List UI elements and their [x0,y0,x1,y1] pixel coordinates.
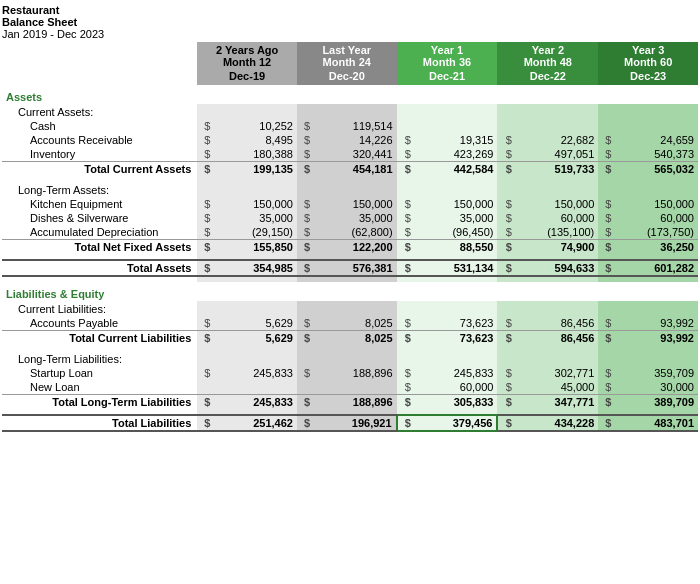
tcl-vly: 8,025 [314,331,397,346]
report-container: Restaurant Balance Sheet Jan 2019 - Dec … [0,0,700,436]
ad-vy2: (135,100) [516,225,599,240]
tl-vy3: 483,701 [615,415,698,431]
tnfa-vly: 122,200 [314,240,397,255]
total-current-liabilities-row: Total Current Liabilities $ 5,629 $ 8,02… [2,331,698,346]
cash-label: Cash [2,119,197,133]
inventory-vy1: 423,269 [415,147,498,162]
th-y3-date: Dec-23 [598,69,698,85]
tnfa-v2ya: 155,850 [214,240,297,255]
th-y2-header: Year 2 [497,42,598,56]
total-assets-row: Total Assets $ 354,985 $ 576,381 $ 531,1… [2,260,698,276]
tl-vly: 196,921 [314,415,397,431]
ar-vy3: 24,659 [615,133,698,147]
ad-vly: (62,800) [314,225,397,240]
tca-v2ya: 199,135 [214,162,297,177]
th-y1-date: Dec-21 [397,69,498,85]
inventory-vly: 320,441 [314,147,397,162]
nl-vy3: 30,000 [615,380,698,395]
company-name: Restaurant [2,4,698,16]
header-row-top: 2 Years Ago Last Year Year 1 Year 2 Year… [2,42,698,56]
th-y1-header: Year 1 [397,42,498,56]
cash-vly: 119,514 [314,119,397,133]
th-y2-date: Dec-22 [497,69,598,85]
tnfa-vy2: 74,900 [516,240,599,255]
total-net-fixed-assets-row: Total Net Fixed Assets $ 155,850 $ 122,2… [2,240,698,255]
ap-v2ya: 5,629 [214,316,297,331]
th-y2-month: Month 48 [497,56,598,69]
total-current-assets-row: Total Current Assets $ 199,135 $ 454,181… [2,162,698,177]
report-title: Balance Sheet [2,16,698,28]
new-loan-row: New Loan $ 60,000 $ 45,000 $ 30,000 [2,380,698,395]
tltl-vy2: 347,771 [516,395,599,410]
dishes-label: Dishes & Silverware [2,211,197,225]
sl-v2ya: 245,833 [214,366,297,380]
current-assets-label: Current Assets: [2,104,197,119]
tnfa-vy3: 36,250 [615,240,698,255]
th-empty2 [2,56,197,69]
lt-assets-label: Long-Term Assets: [2,182,197,197]
ap-vly: 8,025 [314,316,397,331]
ar-vy1: 19,315 [415,133,498,147]
ap-vy3: 93,992 [615,316,698,331]
lt-assets-subsection: Long-Term Assets: [2,182,698,197]
ds-vy2: 60,000 [516,211,599,225]
sl-vy1: 245,833 [415,366,498,380]
cash-v2ya: 10,252 [214,119,297,133]
th-y3-header: Year 3 [598,42,698,56]
tca-vy1: 442,584 [415,162,498,177]
accum-depr-label: Accumulated Depreciation [2,225,197,240]
tcl-vy2: 86,456 [516,331,599,346]
ap-vy2: 86,456 [516,316,599,331]
ta-vy3: 601,282 [615,260,698,276]
nl-vly [314,380,397,395]
inventory-vy2: 497,051 [516,147,599,162]
tltl-vy3: 389,709 [615,395,698,410]
tcl-v2ya: 5,629 [214,331,297,346]
assets-section-header: Assets [2,85,698,104]
ds-v2ya: 35,000 [214,211,297,225]
total-lt-liabilities-row: Total Long-Term Liabilities $ 245,833 $ … [2,395,698,410]
ke-v2ya: 150,000 [214,197,297,211]
cash-row: Cash $ 10,252 $ 119,514 [2,119,698,133]
tcl-vy1: 73,623 [415,331,498,346]
kitchen-equipment-row: Kitchen Equipment $ 150,000 $ 150,000 $ … [2,197,698,211]
ta-vy1: 531,134 [415,260,498,276]
tcl-label: Total Current Liabilities [2,331,197,346]
header-row-date: Dec-19 Dec-20 Dec-21 Dec-22 Dec-23 [2,69,698,85]
sl-vy3: 359,709 [615,366,698,380]
ds-vly: 35,000 [314,211,397,225]
tca-vy3: 565,032 [615,162,698,177]
tltl-v2ya: 245,833 [214,395,297,410]
accounts-payable-row: Accounts Payable $ 5,629 $ 8,025 $ 73,62… [2,316,698,331]
total-liabilities-row: Total Liabilities $ 251,462 $ 196,921 $ … [2,415,698,431]
assets-label: Assets [2,85,698,104]
liabilities-section-header: Liabilities & Equity [2,282,698,301]
tca-vly: 454,181 [314,162,397,177]
nl-vy2: 45,000 [516,380,599,395]
tnfa-label: Total Net Fixed Assets [2,240,197,255]
header-row-month: Month 12 Month 24 Month 36 Month 48 Mont… [2,56,698,69]
inventory-row: Inventory $ 180,388 $ 320,441 $ 423,269 … [2,147,698,162]
kitchen-equipment-label: Kitchen Equipment [2,197,197,211]
ar-vly: 14,226 [314,133,397,147]
ad-vy3: (173,750) [615,225,698,240]
date-range: Jan 2019 - Dec 2023 [2,28,698,40]
tltl-vly: 188,896 [314,395,397,410]
th-empty3 [2,69,197,85]
startup-loan-row: Startup Loan $ 245,833 $ 188,896 $ 245,8… [2,366,698,380]
nl-vy1: 60,000 [415,380,498,395]
lt-liabilities-subsection: Long-Term Liabilities: [2,351,698,366]
ta-v2ya: 354,985 [214,260,297,276]
tca-vy2: 519,733 [516,162,599,177]
liabilities-label: Liabilities & Equity [2,282,698,301]
tl-v2ya: 251,462 [214,415,297,431]
ke-vy2: 150,000 [516,197,599,211]
nl-v2ya [214,380,297,395]
balance-sheet-table: 2 Years Ago Last Year Year 1 Year 2 Year… [2,42,698,432]
ap-label: Accounts Payable [2,316,197,331]
th-ly-header: Last Year [297,42,397,56]
ke-vy3: 150,000 [615,197,698,211]
ad-vy1: (96,450) [415,225,498,240]
tltl-vy1: 305,833 [415,395,498,410]
current-liabilities-label: Current Liabilities: [2,301,197,316]
